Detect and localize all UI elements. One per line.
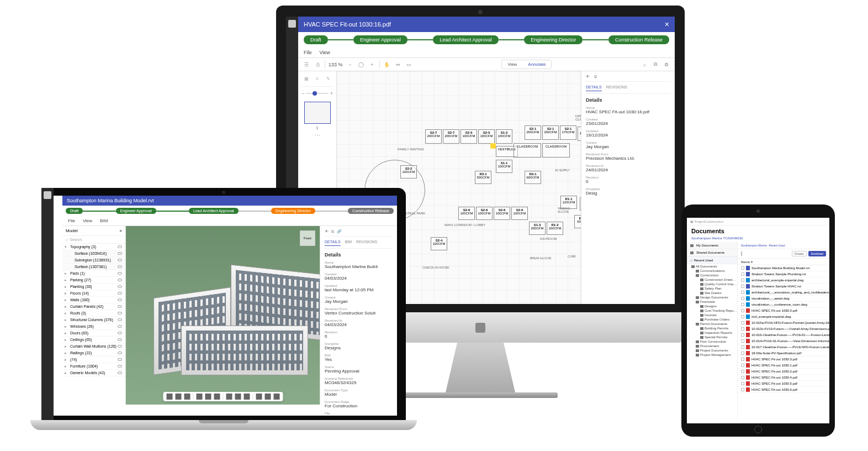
file-row[interactable]: HVAC SPEC Fit-out 1030.3.pdf: [738, 356, 829, 363]
list-breadcrumb[interactable]: Southampton Marina · Recent Used ·: [741, 244, 786, 247]
row-checkbox[interactable]: [741, 339, 744, 343]
folder-item[interactable]: Purchase Orders: [687, 317, 737, 322]
file-row[interactable]: visualization_-_conference_room.dwg: [738, 302, 829, 308]
thumbs-tab-icon[interactable]: ▦: [303, 75, 310, 82]
link-icon[interactable]: 🔗: [337, 229, 342, 234]
mode-toggle[interactable]: View Annotate: [501, 60, 552, 69]
tree-row[interactable]: ▸Pads (1): [62, 270, 125, 277]
visibility-icon[interactable]: [118, 272, 122, 275]
visibility-icon[interactable]: [118, 259, 122, 261]
file-row[interactable]: 10-013c-FV10-Fusion-—-Overall-Array-Dime…: [738, 326, 829, 332]
row-checkbox[interactable]: [741, 352, 744, 355]
visibility-icon[interactable]: [118, 325, 122, 328]
print-icon[interactable]: ⎙: [314, 61, 321, 69]
row-checkbox[interactable]: [741, 285, 744, 288]
tree-row[interactable]: Surface (1307381): [62, 264, 125, 270]
row-checkbox[interactable]: [741, 297, 744, 300]
folder-item[interactable]: Building Permits: [687, 326, 737, 331]
workflow-step[interactable]: Engineer Approval: [353, 35, 407, 44]
explode-icon[interactable]: [226, 394, 232, 400]
tree-row[interactable]: ▸Planting (30): [62, 284, 125, 290]
folder-item[interactable]: Quality Control Inspection: [687, 282, 737, 286]
visibility-icon[interactable]: [118, 279, 122, 281]
row-checkbox[interactable]: [741, 321, 744, 324]
folder-item[interactable]: All Documents: [687, 264, 737, 269]
visibility-icon[interactable]: [118, 305, 122, 308]
visibility-icon[interactable]: [118, 365, 122, 368]
file-row[interactable]: Stratton Towers Sample HVAC.rvt: [738, 284, 829, 290]
markup-icon[interactable]: [214, 394, 220, 400]
tree-row[interactable]: ▸Floors (14): [62, 290, 125, 297]
folder-item[interactable]: Safety Plan: [687, 286, 737, 291]
tree-row[interactable]: ▸Structural Columns (376): [62, 317, 125, 323]
row-checkbox[interactable]: [741, 327, 744, 331]
tree-row[interactable]: ▸Curtain Wall Mullions (120): [62, 343, 125, 350]
folder-item[interactable]: Project Management: [687, 353, 737, 357]
fit-page-icon[interactable]: ▭: [405, 61, 413, 69]
search-icon[interactable]: ⌕: [641, 61, 648, 69]
tree-row[interactable]: ▸ (74): [62, 356, 125, 363]
row-checkbox[interactable]: [741, 309, 744, 312]
visibility-icon[interactable]: [118, 292, 122, 295]
tree-row[interactable]: ▸Ceilings (65): [62, 337, 125, 343]
folder-item[interactable]: Inspection Reports: [687, 331, 737, 335]
folder-item[interactable]: Post Construction: [687, 339, 737, 344]
folder-item[interactable]: Special Permits: [687, 335, 737, 339]
file-row[interactable]: Stratton Towers Sample Plumbing.rvt: [738, 271, 829, 277]
row-checkbox[interactable]: [741, 291, 744, 294]
mode-view[interactable]: View: [502, 60, 522, 69]
tree-row[interactable]: ▸Furniture (1004): [62, 363, 125, 370]
sidebar-toggle-icon[interactable]: ☰: [303, 61, 310, 69]
settings-icon[interactable]: ⚙: [663, 61, 670, 69]
eye-icon[interactable]: 👁: [325, 229, 329, 234]
row-checkbox[interactable]: [741, 370, 744, 373]
visibility-icon[interactable]: [118, 371, 122, 374]
file-row[interactable]: visualization_-_aerial.dwg: [738, 296, 829, 302]
chosen-button[interactable]: Chosen: [792, 251, 807, 256]
zoom-in-icon[interactable]: +: [368, 61, 376, 69]
tab-details[interactable]: DETAILS: [586, 85, 602, 91]
zoom-reset-icon[interactable]: ◯: [357, 61, 365, 69]
visibility-icon[interactable]: [118, 312, 122, 314]
visibility-icon[interactable]: [118, 332, 122, 334]
workflow-step[interactable]: Construction Release: [608, 35, 669, 44]
menu-view[interactable]: View: [320, 50, 330, 55]
folder-item[interactable]: Designs: [687, 304, 737, 308]
visibility-icon[interactable]: [118, 298, 122, 301]
row-checkbox[interactable]: [741, 388, 744, 391]
column-header-name[interactable]: Name ▾: [738, 259, 829, 265]
copy-icon[interactable]: ⧉: [652, 61, 659, 69]
tree-row[interactable]: Surface (1039416): [62, 250, 125, 257]
tree-row[interactable]: ▸Generic Models (42): [62, 370, 125, 376]
row-checkbox[interactable]: [741, 382, 744, 385]
section-icon[interactable]: [196, 394, 202, 400]
thumb-size-slider[interactable]: −+: [301, 91, 333, 96]
file-row[interactable]: civil_example-imperial.dwg: [738, 314, 829, 320]
hand-icon[interactable]: ✋: [383, 61, 391, 69]
download-button[interactable]: Download: [808, 251, 826, 256]
3d-viewport[interactable]: Front: [126, 226, 320, 405]
file-row[interactable]: HVAC SPEC Fit-out 1030.6.pdf: [738, 387, 829, 393]
measure-icon[interactable]: [205, 394, 211, 400]
model-tree[interactable]: ▾Topography (3)Surface (1039416)Subregio…: [62, 244, 125, 405]
folder-item[interactable]: Construction Drawings: [687, 277, 737, 282]
workflow-step[interactable]: Engineering Director: [524, 35, 583, 44]
menu-file[interactable]: File: [68, 218, 75, 223]
visibility-icon[interactable]: [118, 358, 122, 361]
row-checkbox[interactable]: [741, 315, 744, 318]
tree-row[interactable]: ▸Curtain Panels (42): [62, 303, 125, 310]
folder-item[interactable]: Financials: [687, 300, 737, 304]
visibility-icon[interactable]: [118, 352, 122, 354]
camera-icon[interactable]: [264, 394, 271, 400]
page-thumbnail[interactable]: [304, 102, 331, 124]
visibility-icon[interactable]: [118, 252, 122, 255]
visibility-icon[interactable]: [118, 245, 122, 248]
reset-icon[interactable]: [273, 394, 279, 400]
file-row[interactable]: HVAC SPEC Fit-out 1030.4.pdf: [738, 375, 829, 381]
visibility-icon[interactable]: [118, 318, 122, 321]
workflow-step[interactable]: Engineer Approval: [116, 208, 156, 214]
folder-item[interactable]: Design Documents: [687, 295, 737, 300]
row-checkbox[interactable]: [741, 279, 744, 282]
row-checkbox[interactable]: [741, 345, 744, 349]
more-icon[interactable]: ⋯: [315, 132, 320, 138]
